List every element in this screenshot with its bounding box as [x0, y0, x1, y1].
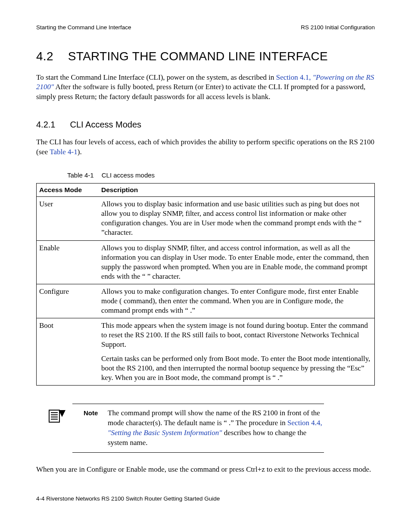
col-access-mode: Access Mode — [37, 184, 99, 197]
xref-section-4-1[interactable]: Section 4.1, — [276, 73, 313, 81]
intro-paragraph: To start the Command Line Interface (CLI… — [36, 73, 375, 102]
note-icon — [48, 409, 65, 426]
section-heading: STARTING THE COMMAND LINE INTERFACE — [68, 50, 328, 63]
col-description: Description — [99, 184, 375, 197]
section-title: 4.2STARTING THE COMMAND LINE INTERFACE — [36, 50, 375, 63]
subsection-number: 4.2.1 — [36, 120, 55, 130]
header-right: RS 2100 Initial Configuration — [301, 24, 375, 31]
note-label: Note — [84, 408, 108, 417]
desc-cell: Certain tasks can be performed only from… — [99, 352, 375, 386]
desc-cell: Allows you to display SNMP, filter, and … — [99, 240, 375, 284]
cli-access-modes-table: Access Mode Description User Allows you … — [36, 183, 375, 386]
section-number: 4.2 — [36, 50, 53, 63]
mode-cell: Boot — [37, 318, 99, 352]
note-block: Note The command prompt will show the na… — [48, 404, 324, 453]
note-text: The command prompt will show the name of… — [108, 408, 324, 448]
subsection-title: 4.2.1CLI Access Modes — [36, 120, 375, 130]
table-row: Enable Allows you to display SNMP, filte… — [37, 240, 375, 284]
mode-cell: User — [37, 197, 99, 240]
header-left: Starting the Command Line Interface — [36, 24, 131, 31]
table-caption: Table 4-1CLI access modes — [67, 171, 375, 179]
table-row: Configure Allows you to make configurati… — [37, 284, 375, 318]
subsection-heading: CLI Access Modes — [70, 120, 141, 129]
note-rule-bottom — [72, 452, 324, 453]
running-header: Starting the Command Line Interface RS 2… — [36, 24, 375, 31]
xref-section-4-4[interactable]: Section 4.4, — [287, 419, 322, 427]
desc-cell: Allows you to make configuration changes… — [99, 284, 375, 318]
desc-cell: Allows you to display basic information … — [99, 197, 375, 240]
mode-cell: Enable — [37, 240, 99, 284]
table-row: Boot This mode appears when the system i… — [37, 318, 375, 352]
page-footer: 4-4 Riverstone Networks RS 2100 Switch R… — [36, 495, 220, 502]
table-title: CLI access modes — [102, 171, 155, 179]
table-row: Certain tasks can be performed only from… — [37, 352, 375, 386]
table-row: User Allows you to display basic informa… — [37, 197, 375, 240]
mode-cell: Configure — [37, 284, 99, 318]
xref-table-4-1[interactable]: Table 4-1 — [50, 148, 77, 156]
subsection-intro: The CLI has four levels of access, each … — [36, 137, 375, 157]
svg-rect-0 — [49, 410, 59, 422]
tail-paragraph: When you are in Configure or Enable mode… — [36, 465, 375, 474]
table-number: Table 4-1 — [67, 171, 94, 179]
desc-cell: This mode appears when the system image … — [99, 318, 375, 352]
xref-setting-basic-info[interactable]: "Setting the Basic System Information" — [108, 429, 222, 437]
